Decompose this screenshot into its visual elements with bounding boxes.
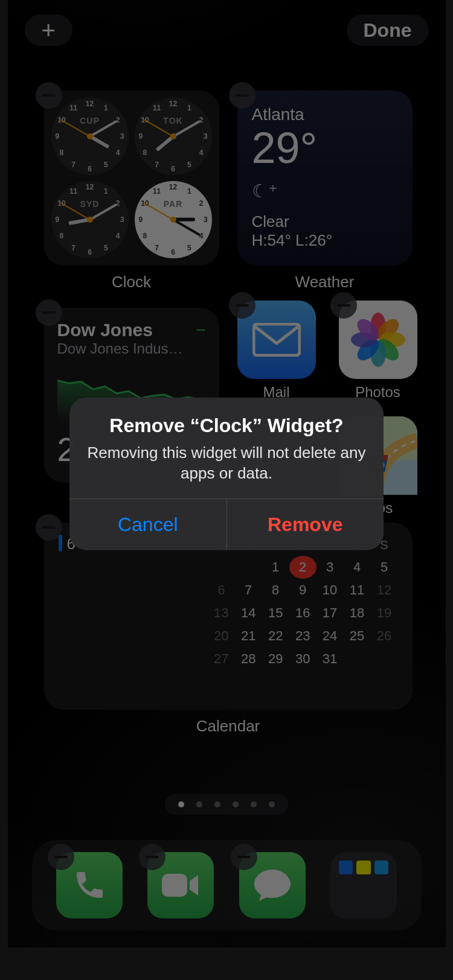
minus-icon	[236, 94, 249, 97]
remove-widget-badge[interactable]	[36, 514, 62, 541]
clock-widget[interactable]: 121234567891011CUP121234567891011TOK1212…	[44, 91, 219, 291]
dock-app-facetime[interactable]	[147, 852, 214, 918]
svg-rect-0	[254, 324, 300, 355]
analog-clock-cup: 121234567891011CUP	[51, 98, 129, 175]
facetime-icon	[161, 871, 201, 899]
stocks-subtitle: Dow Jones Indus…	[57, 340, 206, 357]
mail-icon	[252, 323, 301, 357]
widget-label: Calendar	[44, 717, 413, 736]
calendar-widget[interactable]: 6 SMTWTFS1234567891011121314151617181920…	[44, 523, 413, 736]
svg-rect-11	[162, 874, 187, 897]
phone-icon	[71, 867, 108, 904]
analog-clock-tok: 121234567891011TOK	[135, 98, 212, 175]
folder-mini-icon	[356, 861, 370, 874]
stocks-trend-icon: −	[196, 320, 205, 340]
page-dot[interactable]	[178, 801, 184, 807]
widget-label: Weather	[237, 273, 413, 291]
minus-icon	[236, 304, 249, 307]
stocks-name: Dow Jones	[57, 320, 153, 340]
page-dot[interactable]	[251, 801, 257, 807]
minus-icon	[54, 856, 68, 858]
alert-title: Remove “Clock” Widget?	[85, 415, 368, 437]
analog-clock-syd: 121234567891011SYD	[51, 181, 129, 258]
folder-mini-icon	[374, 861, 388, 874]
dock	[32, 840, 422, 931]
event-color-bar	[59, 535, 62, 552]
photos-icon	[351, 313, 405, 367]
weather-city: Atlanta	[252, 105, 398, 124]
remove-widget-badge[interactable]	[229, 82, 255, 109]
dock-app-phone[interactable]	[56, 852, 123, 918]
weather-condition: Clear	[252, 212, 398, 231]
calendar-event: 6	[59, 535, 193, 698]
remove-widget-badge[interactable]	[36, 82, 62, 109]
analog-clock-par: 121234567891011PAR	[135, 181, 212, 258]
weather-widget[interactable]: Atlanta 29° ☾⁺ Clear H:54° L:26° Weather	[237, 91, 413, 291]
minus-icon	[146, 856, 159, 858]
calendar-grid: SMTWTFS123456789101112131415161718192021…	[208, 535, 398, 698]
remove-app-badge[interactable]	[229, 292, 255, 319]
page-dot[interactable]	[196, 801, 202, 807]
app-mail[interactable]: Mail	[237, 301, 316, 401]
page-dot[interactable]	[233, 801, 239, 807]
dock-app-messages[interactable]	[239, 852, 306, 918]
folder-mini-icon	[339, 861, 353, 874]
page-dot[interactable]	[214, 801, 220, 807]
remove-widget-alert: Remove “Clock” Widget? Removing this wid…	[69, 398, 384, 550]
minus-icon	[337, 304, 350, 307]
moon-icon: ☾⁺	[252, 180, 398, 202]
weather-hilo: H:54° L:26°	[252, 231, 398, 250]
messages-icon	[252, 867, 293, 903]
remove-widget-badge[interactable]	[36, 299, 62, 326]
minus-icon	[237, 856, 251, 858]
minus-icon	[42, 94, 56, 97]
page-indicator[interactable]	[165, 794, 288, 815]
dock-folder-social[interactable]	[330, 852, 397, 918]
minus-icon	[42, 526, 56, 529]
add-widget-button[interactable]: +	[25, 14, 72, 46]
remove-app-badge[interactable]	[231, 844, 257, 870]
done-button[interactable]: Done	[347, 14, 429, 46]
plus-icon: +	[42, 18, 56, 42]
alert-remove-button[interactable]: Remove	[226, 498, 384, 550]
remove-app-badge[interactable]	[48, 844, 74, 870]
alert-message: Removing this widget will not delete any…	[85, 443, 368, 484]
widget-label: Clock	[44, 273, 219, 291]
weather-temp: 29°	[252, 124, 398, 172]
alert-cancel-button[interactable]: Cancel	[69, 498, 226, 550]
remove-app-badge[interactable]	[330, 292, 357, 319]
minus-icon	[42, 311, 56, 314]
app-photos[interactable]: Photos	[339, 301, 417, 401]
page-dot[interactable]	[269, 801, 275, 807]
